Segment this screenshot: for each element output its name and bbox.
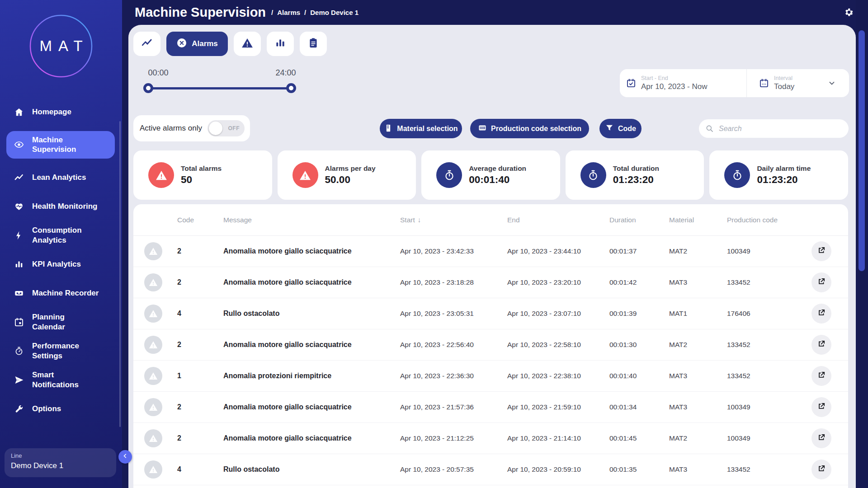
active-alarms-toggle[interactable]: OFF bbox=[208, 120, 245, 136]
sidebar-item-performance-settings[interactable]: Performance Settings bbox=[0, 341, 122, 361]
open-row-button[interactable] bbox=[811, 397, 831, 417]
sidebar-item-homepage[interactable]: Homepage bbox=[0, 102, 122, 122]
tab-warnings[interactable] bbox=[234, 32, 261, 56]
stat-value: 50 bbox=[181, 174, 222, 186]
open-row-button[interactable] bbox=[811, 241, 831, 261]
cell-end: Apr 10, 2023 - 21:14:10 bbox=[507, 434, 609, 442]
tab-trend-chart[interactable] bbox=[133, 32, 160, 56]
sidebar-item-label: Health Monitoring bbox=[32, 202, 97, 211]
column-header-production-code[interactable]: Production code bbox=[727, 216, 806, 224]
open-row-button[interactable] bbox=[811, 460, 831, 479]
tab-alarms[interactable]: Alarms bbox=[166, 32, 228, 56]
device-type-label: Line bbox=[11, 452, 110, 459]
device-selector-card[interactable]: Line Demo Device 1 bbox=[5, 448, 116, 477]
table-row[interactable]: 4 Rullo ostacolato Apr 10, 2023 - 20:57:… bbox=[133, 454, 848, 485]
cell-end: Apr 10, 2023 - 20:59:10 bbox=[507, 465, 609, 474]
stat-daily-alarm-time: Daily alarm time01:23:20 bbox=[709, 150, 848, 200]
bolt-icon bbox=[14, 230, 24, 240]
cell-code: 2 bbox=[177, 278, 223, 286]
row-warning-icon bbox=[144, 273, 162, 291]
interval-select[interactable]: Interval Today bbox=[747, 69, 849, 97]
table-row[interactable]: 2 Anomalia motore giallo sciacquatrice A… bbox=[133, 236, 848, 267]
sidebar-item-health-monitoring[interactable]: Health Monitoring bbox=[0, 197, 122, 216]
page-scrollbar-thumb[interactable] bbox=[859, 30, 865, 271]
table-row[interactable]: 2 Anomalia motore giallo sciacquatrice A… bbox=[133, 267, 848, 298]
column-header-message[interactable]: Message bbox=[223, 216, 400, 224]
cell-message: Anomalia motore giallo sciacquatrice bbox=[223, 278, 400, 286]
stat-total-alarms: Total alarms50 bbox=[133, 150, 272, 200]
sidebar-item-consumption-analytics[interactable]: Consumption Analytics bbox=[0, 225, 122, 245]
sidebar-item-label: Homepage bbox=[32, 107, 71, 117]
time-range-slider[interactable] bbox=[148, 87, 291, 89]
breadcrumb-alarms[interactable]: Alarms bbox=[277, 9, 300, 16]
cell-end: Apr 10, 2023 - 22:58:10 bbox=[507, 341, 609, 349]
sidebar-scrollbar[interactable] bbox=[119, 121, 121, 427]
chevron-down-icon bbox=[827, 79, 836, 88]
cell-message: Anomalia motore giallo sciacquatrice bbox=[223, 403, 400, 411]
date-interval-card: Start - End Apr 10, 2023 - Now Interval … bbox=[620, 69, 849, 97]
material-icon bbox=[384, 123, 393, 134]
breadcrumb-device[interactable]: Demo Device 1 bbox=[310, 9, 359, 16]
warning-icon bbox=[241, 37, 253, 51]
cell-duration: 00:01:45 bbox=[609, 434, 669, 442]
page-title: Machine Supervision bbox=[135, 5, 266, 20]
date-range-label: Start - End bbox=[641, 75, 707, 81]
sidebar-item-kpi-analytics[interactable]: KPI Analytics bbox=[0, 254, 122, 274]
slider-handle-start[interactable] bbox=[143, 83, 153, 93]
tab-statistics[interactable] bbox=[267, 32, 294, 56]
open-row-button[interactable] bbox=[811, 428, 831, 448]
table-row[interactable]: 2 Anomalia motore giallo sciacquatrice A… bbox=[133, 329, 848, 361]
open-row-button[interactable] bbox=[811, 304, 831, 324]
search-input[interactable] bbox=[718, 124, 835, 133]
stat-cards: Total alarms50 Alarms per day50.00 Avera… bbox=[133, 150, 848, 200]
table-row[interactable]: 4 Rullo ostacolato Apr 10, 2023 - 23:05:… bbox=[133, 298, 848, 329]
table-row[interactable]: 2 Anomalia motore giallo sciacquatrice A… bbox=[133, 392, 848, 423]
cell-end: Apr 10, 2023 - 22:38:10 bbox=[507, 372, 609, 380]
open-row-button[interactable] bbox=[811, 272, 831, 292]
column-header-end[interactable]: End bbox=[507, 216, 609, 224]
open-row-button[interactable] bbox=[811, 366, 831, 386]
cell-code: 4 bbox=[177, 310, 223, 318]
cell-material: MAT3 bbox=[669, 465, 727, 474]
cell-end: Apr 10, 2023 - 21:59:10 bbox=[507, 403, 609, 411]
alarms-table: Code Message Start↓ End Duration Materia… bbox=[133, 204, 848, 488]
sidebar-item-planning-calendar[interactable]: Planning Calendar bbox=[0, 312, 122, 332]
cell-message: Anomalia motore giallo sciacquatrice bbox=[223, 341, 400, 349]
cell-material: MAT2 bbox=[669, 247, 727, 255]
cell-production-code: 133452 bbox=[727, 341, 806, 349]
sidebar-item-lean-analytics[interactable]: Lean Analytics bbox=[0, 168, 122, 188]
slider-handle-end[interactable] bbox=[286, 83, 296, 93]
sidebar-item-label: Consumption Analytics bbox=[32, 225, 82, 245]
sidebar-item-label: KPI Analytics bbox=[32, 259, 81, 269]
column-header-duration[interactable]: Duration bbox=[609, 216, 669, 224]
sidebar-collapse-button[interactable] bbox=[118, 450, 132, 464]
sidebar-item-options[interactable]: Options bbox=[0, 399, 122, 419]
funnel-icon bbox=[605, 123, 614, 134]
table-row[interactable]: 2 Anomalia motore giallo sciacquatrice A… bbox=[133, 423, 848, 454]
sidebar-item-label: Smart Notifications bbox=[32, 370, 79, 389]
production-code-selection-button[interactable]: Production code selection bbox=[470, 119, 589, 138]
cell-material: MAT2 bbox=[669, 341, 727, 349]
sidebar-item-machine-recorder[interactable]: Machine Recorder bbox=[0, 283, 122, 303]
material-selection-label: Material selection bbox=[397, 125, 458, 133]
machine-supervision-app: MAT Homepage Machine Supervision Lean An… bbox=[0, 0, 868, 488]
circled-x-icon bbox=[176, 38, 187, 51]
column-header-material[interactable]: Material bbox=[669, 216, 727, 224]
sidebar-item-smart-notifications[interactable]: Smart Notifications bbox=[0, 370, 122, 390]
clipboard-icon bbox=[307, 37, 319, 51]
sidebar-item-machine-supervision[interactable]: Machine Supervision bbox=[6, 131, 115, 159]
table-row[interactable]: 1 Anomalia protezioni riempitrice Apr 10… bbox=[133, 361, 848, 392]
date-range-picker[interactable]: Start - End Apr 10, 2023 - Now bbox=[620, 69, 747, 97]
gear-icon[interactable] bbox=[844, 7, 854, 17]
cell-message: Rullo ostacolato bbox=[223, 465, 400, 474]
code-filter-button[interactable]: Code bbox=[599, 119, 642, 138]
interval-label: Interval bbox=[774, 75, 794, 81]
cell-production-code: 100349 bbox=[727, 434, 806, 442]
tab-report[interactable] bbox=[300, 32, 327, 56]
stat-value: 50.00 bbox=[325, 174, 376, 186]
date-range-value: Apr 10, 2023 - Now bbox=[641, 82, 707, 91]
material-selection-button[interactable]: Material selection bbox=[380, 119, 462, 138]
open-row-button[interactable] bbox=[811, 335, 831, 355]
column-header-code[interactable]: Code bbox=[177, 216, 223, 224]
column-header-start[interactable]: Start↓ bbox=[400, 216, 507, 224]
